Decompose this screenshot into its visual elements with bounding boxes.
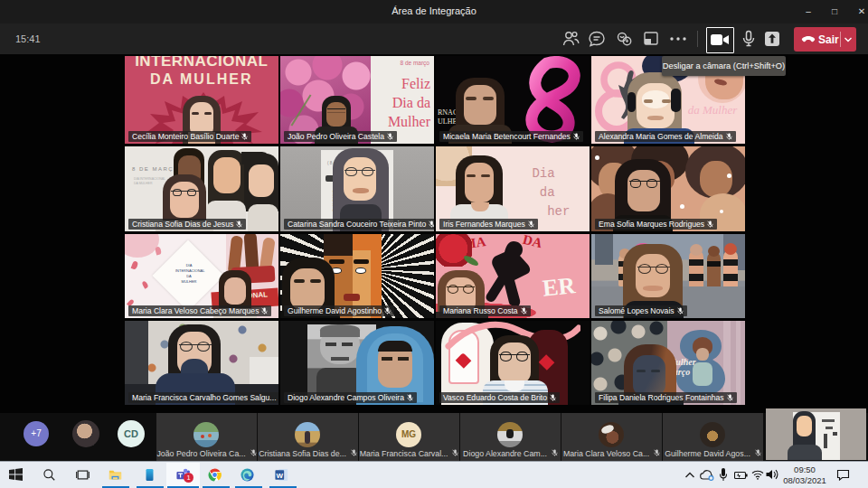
svg-text:W: W (277, 472, 284, 480)
